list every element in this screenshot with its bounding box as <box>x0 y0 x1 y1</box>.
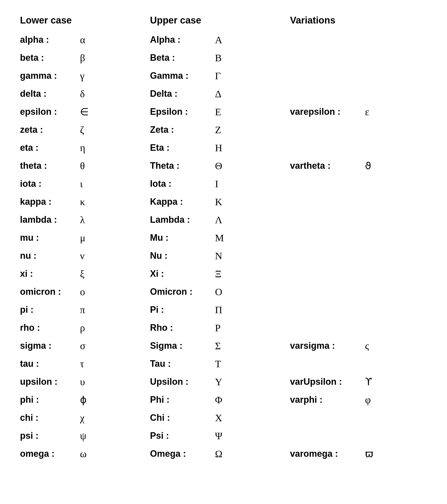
upper-symbol: E <box>210 106 290 118</box>
upper-symbol: O <box>210 286 290 298</box>
lower-name: omega : <box>20 448 75 459</box>
upper-name: Zeta : <box>150 124 210 135</box>
table-row: delta : δ Delta : Δ <box>20 85 427 103</box>
lower-name: psi : <box>20 430 75 441</box>
lower-symbol: ρ <box>75 322 150 334</box>
upper-symbol: M <box>210 232 290 244</box>
lower-name: xi : <box>20 268 75 279</box>
lower-symbol: θ <box>75 160 150 172</box>
table-row: chi : χ Chi : X <box>20 409 427 427</box>
table-row: phi : ϕ Phi : Φ varphi : φ <box>20 391 427 409</box>
table-row: lambda : λ Lambda : Λ <box>20 211 427 229</box>
upper-name: Theta : <box>150 160 210 171</box>
var-name: vartheta : <box>290 160 360 171</box>
lower-name: zeta : <box>20 124 75 135</box>
lower-symbol: α <box>75 34 150 46</box>
var-name: varepsilon : <box>290 106 360 117</box>
lower-case-header: Lower case <box>20 15 150 26</box>
table-row: psi : ψ Psi : Ψ <box>20 427 427 445</box>
upper-symbol: X <box>210 412 290 424</box>
lower-symbol: γ <box>75 70 150 82</box>
lower-name: epsilon : <box>20 106 75 117</box>
lower-symbol: ξ <box>75 268 150 280</box>
upper-name: Xi : <box>150 268 210 279</box>
upper-name: Pi : <box>150 304 210 315</box>
upper-name: Rho : <box>150 322 210 333</box>
table-row: beta : β Beta : B <box>20 49 427 67</box>
table-row: omega : ω Omega : Ω varomega : ϖ <box>20 445 427 463</box>
table-row: tau : τ Tau : T <box>20 355 427 373</box>
upper-symbol: P <box>210 322 290 334</box>
lower-symbol: ϕ <box>75 394 150 406</box>
upper-symbol: Ψ <box>210 430 290 442</box>
upper-symbol: Θ <box>210 160 290 172</box>
lower-symbol: λ <box>75 214 150 226</box>
var-name: varphi : <box>290 394 360 405</box>
table-row: mu : μ Mu : M <box>20 229 427 247</box>
upper-name: Eta : <box>150 142 210 153</box>
table-row: sigma : σ Sigma : Σ varsigma : ς <box>20 337 427 355</box>
table-row: zeta : ζ Zeta : Z <box>20 121 427 139</box>
table-row: iota : ι Iota : I <box>20 175 427 193</box>
lower-name: lambda : <box>20 214 75 225</box>
upper-symbol: Z <box>210 124 290 136</box>
lower-name: eta : <box>20 142 75 153</box>
upper-name: Lambda : <box>150 214 210 225</box>
upper-name: Psi : <box>150 430 210 441</box>
lower-symbol: ω <box>75 448 150 460</box>
lower-symbol: η <box>75 142 150 154</box>
var-name: varomega : <box>290 448 360 459</box>
lower-name: sigma : <box>20 340 75 351</box>
upper-name: Gamma : <box>150 70 210 81</box>
upper-name: Beta : <box>150 52 210 63</box>
greek-table: alpha : α Alpha : A beta : β Beta : B ga… <box>20 31 427 463</box>
lower-symbol: π <box>75 304 150 316</box>
upper-symbol: Π <box>210 304 290 316</box>
table-row: epsilon : ∈ Epsilon : E varepsilon : ε <box>20 103 427 121</box>
lower-symbol: ∈ <box>75 106 150 118</box>
upper-symbol: Ω <box>210 448 290 460</box>
lower-name: kappa : <box>20 196 75 207</box>
upper-name: Sigma : <box>150 340 210 351</box>
lower-name: upsilon : <box>20 376 75 387</box>
upper-name: Phi : <box>150 394 210 405</box>
var-symbol: φ <box>360 394 371 406</box>
lower-name: mu : <box>20 232 75 243</box>
upper-symbol: Λ <box>210 214 290 226</box>
table-row: pi : π Pi : Π <box>20 301 427 319</box>
lower-name: tau : <box>20 358 75 369</box>
lower-symbol: μ <box>75 232 150 244</box>
table-row: eta : η Eta : H <box>20 139 427 157</box>
upper-symbol: B <box>210 52 290 64</box>
table-row: kappa : κ Kappa : K <box>20 193 427 211</box>
upper-symbol: A <box>210 34 290 46</box>
lower-name: beta : <box>20 52 75 63</box>
lower-symbol: χ <box>75 412 150 424</box>
upper-name: Nu : <box>150 250 210 261</box>
lower-symbol: τ <box>75 358 150 370</box>
lower-name: iota : <box>20 178 75 189</box>
table-row: omicron : o Omicron : O <box>20 283 427 301</box>
variations-header: Variations <box>290 15 427 26</box>
upper-symbol: I <box>210 178 290 190</box>
lower-name: rho : <box>20 322 75 333</box>
lower-name: gamma : <box>20 70 75 81</box>
upper-name: Chi : <box>150 412 210 423</box>
upper-name: Iota : <box>150 178 210 189</box>
lower-name: delta : <box>20 88 75 99</box>
upper-symbol: Δ <box>210 88 290 100</box>
upper-name: Epsilon : <box>150 106 210 117</box>
table-row: upsilon : υ Upsilon : Y varUpsilon : ϒ <box>20 373 427 391</box>
upper-name: Upsilon : <box>150 376 210 387</box>
upper-name: Mu : <box>150 232 210 243</box>
var-name: varUpsilon : <box>290 376 360 387</box>
upper-name: Delta : <box>150 88 210 99</box>
upper-name: Tau : <box>150 358 210 369</box>
lower-symbol: o <box>75 286 150 298</box>
table-row: xi : ξ Xi : Ξ <box>20 265 427 283</box>
upper-symbol: Σ <box>210 340 290 352</box>
lower-name: theta : <box>20 160 75 171</box>
lower-symbol: υ <box>75 376 150 388</box>
upper-symbol: K <box>210 196 290 208</box>
lower-symbol: δ <box>75 88 150 100</box>
